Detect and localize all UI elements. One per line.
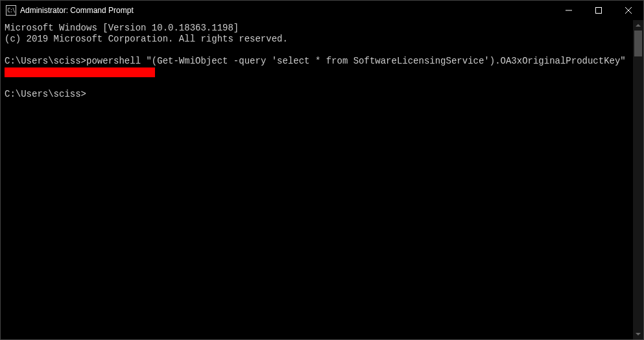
prompt-path-1: C:\Users\sciss>: [5, 56, 86, 66]
minimize-icon: [566, 7, 572, 14]
scroll-up-button[interactable]: [633, 20, 643, 30]
version-line: Microsoft Windows [Version 10.0.18363.11…: [5, 23, 629, 34]
blank-line: [5, 78, 629, 89]
blank-line: [5, 45, 629, 56]
content-area: Microsoft Windows [Version 10.0.18363.11…: [1, 20, 643, 339]
minimize-button[interactable]: [554, 1, 584, 20]
close-icon: [625, 7, 632, 14]
close-button[interactable]: [614, 1, 643, 20]
redaction-bar: [5, 67, 155, 77]
chevron-up-icon: [636, 24, 641, 27]
window-title: Administrator: Command Prompt: [20, 6, 134, 15]
command-line-1: C:\Users\sciss>powershell "(Get-WmiObjec…: [5, 56, 629, 67]
command-line-2: C:\Users\sciss>: [5, 89, 629, 100]
output-redacted-line: [5, 67, 629, 78]
maximize-icon: [595, 7, 602, 14]
titlebar[interactable]: C:\ Administrator: Command Prompt: [1, 1, 643, 20]
svg-rect-1: [596, 8, 602, 14]
scroll-thumb[interactable]: [634, 30, 642, 56]
copyright-line: (c) 2019 Microsoft Corporation. All righ…: [5, 34, 629, 45]
chevron-down-icon: [636, 333, 641, 335]
scroll-down-button[interactable]: [633, 329, 643, 339]
command-prompt-window: C:\ Administrator: Command Prompt Micros…: [0, 0, 644, 340]
command-text-1: powershell "(Get-WmiObject -query 'selec…: [86, 56, 626, 66]
window-controls: [554, 1, 643, 20]
terminal-output[interactable]: Microsoft Windows [Version 10.0.18363.11…: [1, 20, 633, 339]
vertical-scrollbar[interactable]: [633, 20, 643, 339]
maximize-button[interactable]: [584, 1, 614, 20]
prompt-path-2: C:\Users\sciss>: [5, 89, 86, 99]
cmd-icon: C:\: [6, 5, 16, 16]
